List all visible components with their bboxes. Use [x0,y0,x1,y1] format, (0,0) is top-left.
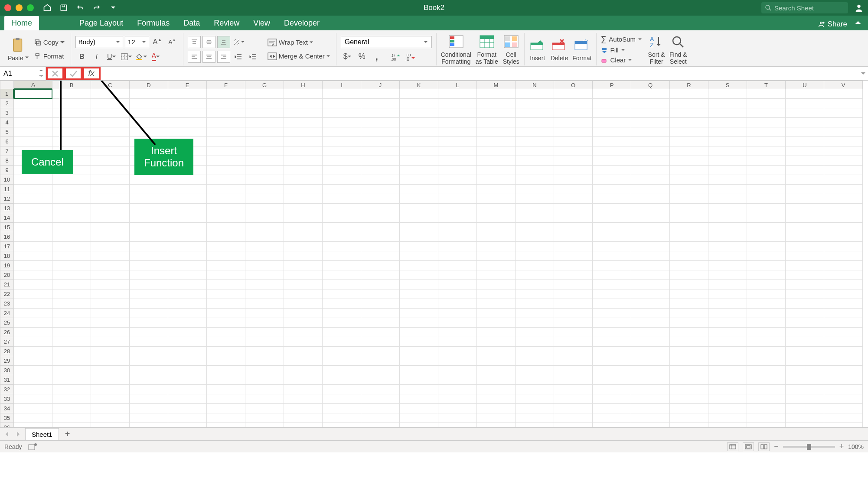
cell[interactable] [130,318,168,328]
cell[interactable] [245,328,284,337]
cell[interactable] [747,137,786,146]
cell[interactable] [477,156,516,166]
cell[interactable] [91,127,130,137]
cell[interactable] [400,223,438,232]
cell[interactable] [14,99,52,108]
cell[interactable] [284,385,323,394]
cell[interactable] [516,118,554,127]
cell[interactable] [400,318,438,328]
cell[interactable] [516,328,554,337]
cell[interactable] [284,137,323,146]
column-headers[interactable]: ABCDEFGHIJKLMNOPQRSTUV [14,81,863,89]
cell[interactable] [824,242,863,251]
cell[interactable] [130,280,168,289]
cell[interactable] [438,375,477,385]
cell[interactable] [786,156,824,166]
cell[interactable] [52,347,91,356]
cell[interactable] [593,175,631,185]
cell[interactable] [130,366,168,375]
cell[interactable] [52,118,91,127]
cell[interactable] [516,413,554,423]
cell[interactable] [245,366,284,375]
cell[interactable] [361,318,400,328]
italic-button[interactable]: I [90,51,103,63]
cell[interactable] [207,204,245,213]
cell[interactable] [477,99,516,108]
row-header-35[interactable]: 35 [0,413,14,423]
cell[interactable] [284,299,323,309]
cell[interactable] [516,385,554,394]
cell[interactable] [477,375,516,385]
cell[interactable] [91,118,130,127]
cell[interactable] [786,347,824,356]
cell[interactable] [786,423,824,427]
cell[interactable] [14,232,52,242]
cell[interactable] [130,394,168,404]
cell[interactable] [91,318,130,328]
cell[interactable] [14,413,52,423]
cell[interactable] [245,89,284,99]
column-header-I[interactable]: I [323,81,361,89]
cell[interactable] [245,299,284,309]
cell[interactable] [477,280,516,289]
tab-data[interactable]: Data [176,16,207,30]
cell[interactable] [91,289,130,299]
cell[interactable] [130,413,168,423]
cell[interactable] [168,375,207,385]
cell[interactable] [52,280,91,289]
cell[interactable] [91,394,130,404]
cell[interactable] [207,108,245,118]
cell[interactable] [207,251,245,261]
cell[interactable] [554,223,593,232]
orientation-button[interactable] [232,36,245,48]
cell[interactable] [631,356,670,366]
cell[interactable] [168,299,207,309]
cell[interactable] [516,99,554,108]
cell[interactable] [477,175,516,185]
cell[interactable] [14,108,52,118]
cell[interactable] [400,146,438,156]
cell[interactable] [245,194,284,204]
cell[interactable] [207,347,245,356]
cell[interactable] [477,413,516,423]
cell[interactable] [52,423,91,427]
cell[interactable] [786,175,824,185]
cell[interactable] [14,356,52,366]
cell[interactable] [477,309,516,318]
cell[interactable] [284,413,323,423]
cell[interactable] [245,404,284,413]
cell[interactable] [361,404,400,413]
cell[interactable] [207,270,245,280]
cell[interactable] [14,261,52,270]
cell[interactable] [14,242,52,251]
cell[interactable] [516,204,554,213]
cell[interactable] [593,146,631,156]
cell[interactable] [631,366,670,375]
cell[interactable] [438,223,477,232]
cell[interactable] [824,280,863,289]
cell[interactable] [438,289,477,299]
cell[interactable] [670,404,708,413]
cell[interactable] [361,261,400,270]
cell[interactable] [747,394,786,404]
cell[interactable] [516,175,554,185]
cell[interactable] [786,299,824,309]
cell[interactable] [477,337,516,347]
cell[interactable] [554,375,593,385]
cell[interactable] [207,413,245,423]
cell[interactable] [554,251,593,261]
cell[interactable] [554,175,593,185]
cell[interactable] [786,337,824,347]
cell[interactable] [786,385,824,394]
cell[interactable] [438,137,477,146]
cell[interactable] [52,242,91,251]
cell[interactable] [824,423,863,427]
cell[interactable] [207,194,245,204]
cell[interactable] [361,356,400,366]
cell[interactable] [207,309,245,318]
cell[interactable] [477,213,516,223]
cell[interactable] [323,99,361,108]
cell[interactable] [554,204,593,213]
cell[interactable] [361,213,400,223]
cell[interactable] [670,261,708,270]
